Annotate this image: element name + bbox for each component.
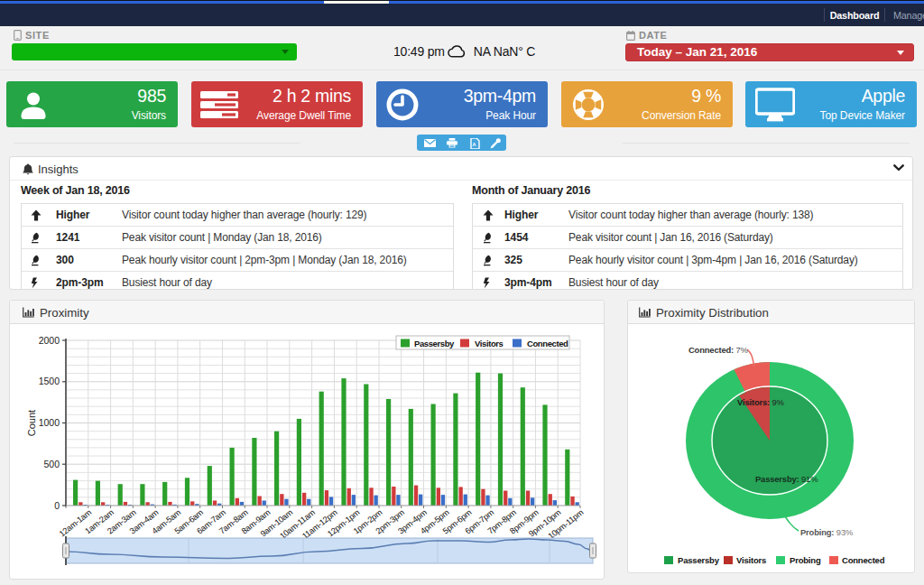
- svg-text:Visitors: 9%: Visitors: 9%: [737, 397, 784, 407]
- svg-text:Connected: Connected: [527, 339, 568, 348]
- svg-text:Probing: 93%: Probing: 93%: [800, 527, 853, 537]
- svg-text:Visitors: Visitors: [475, 339, 504, 348]
- svg-text:Passersby: 91%: Passersby: 91%: [755, 474, 818, 484]
- svg-text:2000: 2000: [39, 335, 60, 346]
- svg-text:Passersby: Passersby: [678, 555, 720, 565]
- svg-text:Connected: Connected: [842, 555, 885, 565]
- svg-text:Passersby: Passersby: [414, 339, 455, 348]
- svg-text:0: 0: [54, 500, 60, 511]
- svg-text:1000: 1000: [39, 417, 60, 428]
- svg-text:Count: Count: [26, 410, 37, 436]
- svg-text:A: A: [472, 142, 476, 147]
- svg-text:Connected: 7%: Connected: 7%: [688, 345, 748, 355]
- svg-text:500: 500: [43, 459, 60, 469]
- svg-text:Probing: Probing: [790, 555, 821, 565]
- svg-text:1500: 1500: [39, 376, 60, 386]
- svg-text:Visitors: Visitors: [736, 555, 766, 565]
